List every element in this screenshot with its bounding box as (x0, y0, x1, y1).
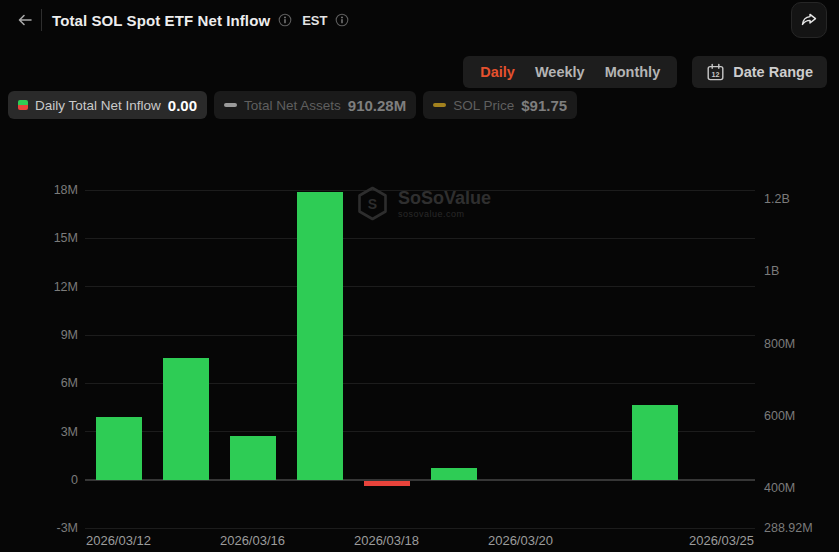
chart-grid-line (85, 238, 755, 239)
x-axis-tick-label: 2026/03/16 (188, 533, 318, 548)
left-axis-tick-label: 9M (8, 327, 78, 343)
inflow-bar-positive[interactable] (297, 192, 343, 480)
right-axis-tick-label: 1B (764, 263, 779, 279)
right-axis-tick-label: 1.2B (764, 191, 790, 207)
left-axis-tick-label: 0 (8, 472, 78, 488)
inflow-bar-positive[interactable] (431, 468, 477, 480)
x-axis-tick-label: 2026/03/25 (657, 533, 787, 548)
sol-etf-inflow-page: Total SOL Spot ETF Net Inflow EST Daily (0, 0, 839, 552)
chart: -3M03M6M9M12M15M18M288.92M400M600M800M1B… (0, 0, 839, 552)
x-axis-tick-label: 2026/03/18 (322, 533, 452, 548)
watermark: S SoSoValue sosovalue.com (356, 186, 491, 221)
left-axis-tick-label: 12M (8, 279, 78, 295)
inflow-bar-positive[interactable] (163, 358, 209, 480)
right-axis-tick-label: 600M (764, 408, 795, 424)
left-axis-tick-label: 6M (8, 375, 78, 391)
inflow-bar-positive[interactable] (230, 436, 276, 480)
chart-grid-line (85, 528, 755, 529)
chart-grid-line (85, 335, 755, 336)
x-axis-tick-label: 2026/03/20 (456, 533, 586, 548)
inflow-bar-negative[interactable] (364, 481, 410, 486)
left-axis-tick-label: 3M (8, 424, 78, 440)
watermark-url: sosovalue.com (398, 209, 491, 219)
left-axis-tick-label: 18M (8, 182, 78, 198)
chart-grid-line (85, 286, 755, 287)
sosovalue-logo-icon: S (356, 186, 389, 221)
x-axis-tick-label: 2026/03/12 (54, 533, 184, 548)
inflow-bar-positive[interactable] (96, 417, 142, 480)
right-axis-tick-label: 400M (764, 480, 795, 496)
watermark-name: SoSoValue (398, 189, 491, 207)
right-axis-tick-label: 800M (764, 336, 795, 352)
svg-text:S: S (368, 196, 377, 212)
inflow-bar-positive[interactable] (632, 405, 678, 480)
left-axis-tick-label: 15M (8, 230, 78, 246)
